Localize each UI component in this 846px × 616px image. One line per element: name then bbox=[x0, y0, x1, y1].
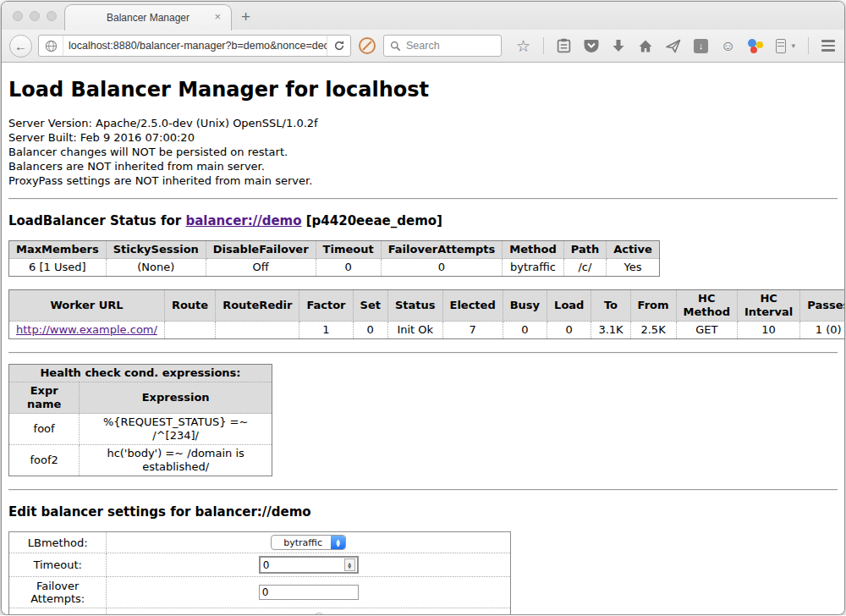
table-cell: hc('body') =~ /domain is established/ bbox=[80, 445, 272, 476]
extension-color-dots-icon[interactable] bbox=[748, 38, 763, 53]
status-heading-prefix: LoadBalancer Status for bbox=[8, 213, 185, 228]
balancer-settings-form: LBmethod: bytraffic ▲▼ Timeout: ▲▼ bbox=[8, 531, 511, 614]
chevron-down-icon[interactable]: ▾ bbox=[791, 41, 795, 50]
edit-balancer-heading: Edit balancer settings for balancer://de… bbox=[8, 504, 838, 520]
column-header: Path bbox=[563, 241, 606, 259]
column-header: Factor bbox=[299, 290, 353, 322]
table-cell: 3.1K bbox=[591, 322, 630, 339]
column-header: FailoverAttempts bbox=[381, 241, 503, 259]
table-row: foof%{REQUEST_STATUS} =~ /^[234]/ bbox=[9, 414, 272, 445]
lbmethod-row: LBmethod: bytraffic ▲▼ bbox=[9, 532, 511, 553]
table-cell: /c/ bbox=[563, 259, 606, 277]
table-cell: Yes bbox=[607, 259, 660, 277]
failover-attempts-label: Failover Attempts: bbox=[9, 577, 107, 608]
radio-on-label: On bbox=[293, 611, 308, 614]
column-header: Set bbox=[353, 290, 387, 322]
toolbar-separator bbox=[808, 37, 809, 54]
navigation-toolbar: ← localhost:8880/balancer-manager?b=demo… bbox=[2, 30, 844, 63]
loadbalancer-status-heading: LoadBalancer Status for balancer://demo … bbox=[8, 213, 838, 228]
tab-balancer-manager[interactable]: Balancer Manager × bbox=[64, 4, 232, 30]
failover-attempts-row: Failover Attempts: bbox=[9, 577, 511, 608]
horizontal-rule bbox=[8, 352, 838, 354]
proxypass-notice-line: ProxyPass settings are NOT inherited fro… bbox=[8, 173, 838, 188]
minimize-window-button[interactable] bbox=[30, 11, 40, 21]
column-header: Timeout bbox=[316, 241, 381, 259]
lbmethod-select[interactable]: bytraffic ▲▼ bbox=[271, 535, 346, 550]
table-row: http://www.example.com/10Init Ok7003.1K2… bbox=[9, 322, 845, 339]
table-cell: %{REQUEST_STATUS} =~ /^[234]/ bbox=[80, 414, 272, 445]
table-cell: Init Ok bbox=[387, 322, 442, 339]
page-title: Load Balancer Manager for localhost bbox=[8, 78, 838, 102]
table-row: 6 [1 Used](None)Off00bytraffic/c/Yes bbox=[9, 259, 660, 277]
bookmarks-clipboard-icon[interactable] bbox=[557, 38, 571, 53]
back-button[interactable]: ← bbox=[9, 35, 32, 58]
zoom-window-button[interactable] bbox=[47, 11, 57, 21]
close-window-button[interactable] bbox=[13, 11, 23, 21]
inherit-notice-line: Balancers are NOT inherited from main se… bbox=[8, 159, 838, 173]
column-header: MaxMembers bbox=[9, 241, 107, 259]
table-cell: 0 bbox=[381, 259, 503, 277]
column-header: Expr name bbox=[9, 382, 80, 414]
column-header: Passes bbox=[800, 290, 844, 322]
table-cell: 10 bbox=[737, 322, 799, 339]
url-bar[interactable]: localhost:8880/balancer-manager?b=demo&n… bbox=[38, 35, 351, 57]
table-cell: http://www.example.com/ bbox=[9, 322, 165, 339]
pocket-icon[interactable] bbox=[584, 39, 599, 53]
column-header: RouteRedir bbox=[216, 290, 299, 322]
new-tab-button[interactable]: + bbox=[241, 8, 250, 25]
table-cell: 6 [1 Used] bbox=[9, 259, 107, 277]
tab-close-icon[interactable]: × bbox=[214, 11, 221, 22]
table-cell: GET bbox=[676, 322, 737, 339]
number-stepper-icon[interactable]: ▲▼ bbox=[344, 558, 355, 571]
bookmark-star-icon[interactable]: ☆ bbox=[516, 38, 530, 54]
column-header: Worker URL bbox=[9, 290, 165, 322]
timeout-row: Timeout: ▲▼ bbox=[9, 553, 511, 577]
table-cell bbox=[164, 322, 215, 339]
battery-extension-icon[interactable] bbox=[776, 39, 786, 53]
column-header: To bbox=[591, 290, 630, 322]
search-icon[interactable] bbox=[390, 41, 401, 52]
lbmethod-selected-value: bytraffic bbox=[272, 536, 331, 549]
menu-hamburger-icon[interactable] bbox=[821, 40, 835, 52]
search-bar[interactable]: Search bbox=[383, 35, 502, 57]
worker-url-link[interactable]: http://www.example.com/ bbox=[16, 323, 157, 336]
horizontal-rule bbox=[8, 198, 838, 200]
table-cell: (None) bbox=[106, 259, 206, 277]
failover-attempts-input[interactable] bbox=[259, 585, 359, 600]
feedback-smiley-icon[interactable]: ☺ bbox=[721, 39, 735, 53]
radio-on[interactable] bbox=[313, 613, 325, 615]
column-header: Busy bbox=[503, 290, 547, 322]
timeout-input-wrap: ▲▼ bbox=[259, 556, 359, 574]
page-content: Load Balancer Manager for localhost Serv… bbox=[2, 63, 844, 614]
table-title: Health check cond. expressions: bbox=[9, 365, 272, 382]
column-header: Method bbox=[503, 241, 563, 259]
column-header: StickySession bbox=[106, 241, 206, 259]
browser-window: Balancer Manager × + ← localhost:8880/ba… bbox=[1, 1, 845, 615]
health-check-table: Health check cond. expressions:Expr name… bbox=[8, 364, 272, 476]
balancer-demo-link[interactable]: balancer://demo bbox=[185, 213, 301, 228]
home-icon[interactable] bbox=[638, 39, 653, 53]
disable-failover-label: Disable Failover: bbox=[9, 608, 107, 615]
downloads-arrow-icon[interactable] bbox=[612, 39, 625, 53]
persist-notice-line: Balancer changes will NOT be persisted o… bbox=[8, 145, 838, 159]
column-header: Load bbox=[547, 290, 591, 322]
tab-strip: Balancer Manager × + bbox=[2, 2, 844, 30]
timeout-input[interactable] bbox=[261, 559, 344, 571]
table-cell: bytraffic bbox=[503, 259, 563, 277]
save-to-device-icon[interactable]: ↓ bbox=[694, 39, 708, 53]
server-info: Server Version: Apache/2.5.0-dev (Unix) … bbox=[8, 116, 838, 188]
site-identity-globe-icon[interactable] bbox=[39, 36, 63, 56]
url-text[interactable]: localhost:8880/balancer-manager?b=demo&n… bbox=[63, 40, 327, 52]
table-cell: 0 bbox=[353, 322, 387, 339]
table-cell: foof bbox=[9, 414, 80, 445]
table-cell: 1 bbox=[299, 322, 353, 339]
table-cell: 0 bbox=[316, 259, 381, 277]
content-blocker-icon[interactable] bbox=[359, 37, 376, 54]
table-cell: Off bbox=[206, 259, 316, 277]
reload-icon[interactable] bbox=[327, 36, 350, 56]
table-cell: 1 (0) bbox=[800, 322, 844, 339]
send-plane-icon[interactable] bbox=[666, 39, 681, 53]
table-cell bbox=[216, 322, 299, 339]
column-header: From bbox=[630, 290, 676, 322]
column-header: DisableFailover bbox=[206, 241, 316, 259]
